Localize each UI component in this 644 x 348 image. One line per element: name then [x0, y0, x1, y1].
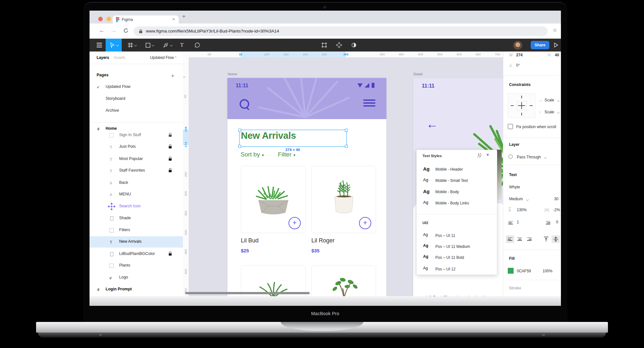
pen-tool-button[interactable] — [161, 39, 174, 52]
fill-color-swatch[interactable] — [508, 268, 514, 274]
url-bar[interactable]: www.figma.com/file/x5MuLtiPlaY3r/Lil-Bud… — [134, 26, 548, 36]
style-item-mobile-header[interactable]: Ag Mobile - Header — [417, 165, 497, 174]
component-icon[interactable] — [334, 39, 345, 52]
constraints-widget[interactable] — [508, 93, 535, 118]
paragraph-spacing-value[interactable]: 1 — [517, 220, 519, 224]
fill-opacity-value[interactable]: 100% — [543, 269, 553, 273]
style-item-mobile-small-text[interactable]: Ag Mobile - Small Text — [417, 176, 497, 185]
layer-row-shade[interactable]: Shade — [90, 214, 183, 222]
avatar[interactable] — [513, 41, 522, 50]
chevron-down-icon[interactable] — [557, 111, 560, 114]
edit-object-icon[interactable] — [319, 39, 330, 52]
add-to-cart-button[interactable]: + — [289, 217, 301, 229]
text-tool-button[interactable]: T — [177, 39, 187, 52]
letter-spacing-value[interactable]: -2% — [553, 208, 560, 212]
style-item-pos-ui-11-bold[interactable]: Ag Pos – UI 11 Bold — [417, 253, 497, 262]
align-middle-button[interactable] — [552, 235, 560, 243]
back-icon[interactable]: ← — [99, 27, 105, 34]
forward-icon[interactable]: → — [111, 27, 117, 34]
lock-icon[interactable] — [169, 146, 172, 148]
browser-tab[interactable]: Figma × — [113, 15, 179, 24]
font-weight-value[interactable]: Medium — [509, 197, 523, 201]
comment-tool-button[interactable] — [192, 39, 203, 52]
lock-icon[interactable] — [169, 135, 172, 137]
align-right-button[interactable] — [525, 235, 534, 243]
page-item-updated-flow[interactable]: ✓ Updated Flow — [90, 83, 183, 91]
reload-icon[interactable] — [123, 28, 129, 33]
chevron-down-icon[interactable] — [557, 99, 560, 102]
frame-tool-button[interactable] — [126, 39, 138, 52]
style-item-mobile-body-links[interactable]: Ag Mobile - Body Links — [417, 198, 497, 207]
blend-mode-dropdown[interactable]: Pass Through — [503, 155, 561, 160]
shape-tool-button[interactable] — [143, 39, 156, 52]
close-tab-icon[interactable]: × — [172, 17, 175, 22]
style-item-pos-ui-12[interactable]: Ag Pos – UI 12 — [417, 264, 497, 273]
align-left-button[interactable] — [506, 235, 514, 243]
layer-row-logo[interactable]: Logo — [90, 274, 183, 281]
horizontal-constraint-value[interactable]: Scale — [545, 98, 554, 102]
align-center-button[interactable] — [516, 235, 524, 243]
selection-handle[interactable] — [345, 129, 348, 132]
canvas[interactable]: Home 11:11 — [189, 57, 503, 296]
rotation-value[interactable]: 0° — [516, 63, 520, 68]
move-tool-button[interactable] — [106, 39, 122, 52]
product-card[interactable] — [311, 265, 376, 296]
add-page-icon[interactable]: + — [171, 73, 174, 78]
layer-row-search-icon[interactable]: Search Icon — [90, 202, 183, 210]
tab-layers[interactable]: Layers — [97, 55, 109, 60]
home-frame[interactable]: 11:11 New Arrivals — [227, 78, 386, 296]
add-to-cart-button[interactable]: + — [359, 217, 371, 229]
product-card-lil-roger[interactable]: + — [311, 166, 376, 233]
line-height-value[interactable]: 130% — [517, 208, 527, 212]
page-dropdown[interactable]: Updated Flow ^ — [150, 55, 176, 60]
chevron-down-icon[interactable] — [152, 44, 154, 46]
lock-icon[interactable] — [169, 158, 172, 161]
search-icon[interactable] — [240, 99, 249, 109]
layer-row-staff-favorites[interactable]: T Staff Favorites — [90, 167, 183, 174]
layer-row-menu[interactable]: # MENU — [90, 191, 183, 198]
filter-dropdown[interactable]: Filter▾ — [278, 151, 295, 158]
menu-icon[interactable] — [363, 98, 375, 108]
minimize-window-button[interactable] — [107, 17, 111, 21]
layer-row-plants[interactable]: Plants — [90, 262, 183, 269]
filter-sliders-icon[interactable] — [477, 153, 482, 158]
sort-by-dropdown[interactable]: Sort by▾ — [241, 151, 264, 158]
selection-handle[interactable] — [238, 129, 241, 132]
chevron-down-icon[interactable] — [134, 44, 137, 46]
page-item-storyboard[interactable]: Storyboard — [90, 95, 183, 103]
lock-icon[interactable] — [169, 253, 172, 256]
bookmark-icon[interactable]: ☆ — [553, 27, 557, 33]
back-arrow-icon[interactable]: ← — [426, 117, 438, 131]
layer-row-just-pots[interactable]: T Just Pots — [90, 143, 183, 151]
font-size-value[interactable]: 30 — [554, 197, 558, 201]
main-menu-icon[interactable] — [95, 39, 103, 52]
tab-assets[interactable]: Assets — [114, 55, 125, 60]
lock-icon[interactable] — [169, 170, 172, 172]
close-window-button[interactable] — [98, 17, 103, 21]
paragraph-indent-value[interactable]: 0 — [556, 220, 558, 224]
chevron-down-icon[interactable] — [116, 44, 119, 46]
fill-row[interactable]: 0CAF59 100% — [503, 268, 561, 274]
layer-row-login-prompt[interactable]: # Login Prompt — [90, 286, 183, 293]
chevron-down-icon[interactable] — [526, 198, 529, 201]
selection-handle[interactable] — [238, 145, 241, 148]
frame-label-detail[interactable]: Detail — [413, 72, 422, 76]
layer-row-back[interactable]: # Back — [90, 179, 183, 187]
align-top-button[interactable] — [542, 235, 550, 243]
frame-label-home[interactable]: Home — [228, 72, 237, 76]
page-item-archive[interactable]: Archive — [90, 107, 183, 115]
layer-row-lilbudplantbgcolor[interactable]: LilBudPlantBGColor — [90, 250, 183, 258]
height-value[interactable]: 40 — [555, 53, 559, 57]
product-card[interactable] — [241, 265, 306, 296]
new-tab-button[interactable]: + — [182, 13, 185, 20]
width-value[interactable]: 274 — [516, 53, 523, 57]
layer-row-most-popular[interactable]: T Most Popular — [90, 155, 183, 163]
style-item-mobile-body[interactable]: Ag Mobile - Body — [417, 187, 497, 196]
style-item-pos-ui-11[interactable]: Ag Pos – UI 11 — [417, 231, 497, 240]
layer-row-sign-in-stuff[interactable]: Sign In Stuff — [90, 131, 183, 139]
fix-position-row[interactable]: Fix position when scroll — [503, 125, 561, 131]
add-style-icon[interactable]: + — [486, 152, 489, 158]
mask-icon[interactable] — [348, 39, 359, 52]
selection-box[interactable] — [239, 130, 347, 147]
product-card-lil-bud[interactable]: + — [241, 166, 306, 233]
